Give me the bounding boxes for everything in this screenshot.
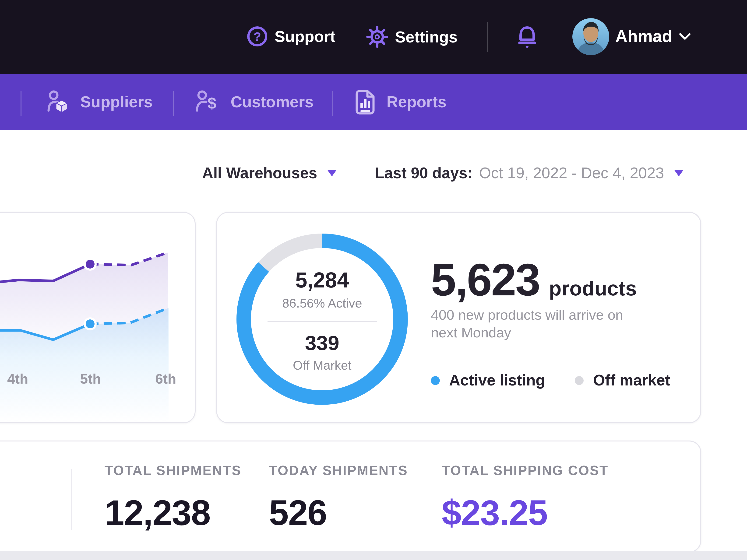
stat-value-money: $23.25 (442, 492, 608, 533)
settings-menu-item[interactable]: Settings (366, 26, 458, 48)
svg-text:$: $ (208, 94, 216, 112)
x-axis-label: 5th (80, 371, 101, 386)
chevron-down-icon (679, 32, 691, 41)
products-note: 400 new products will arrive on next Mon… (431, 306, 636, 342)
active-count: 5,284 (236, 267, 409, 293)
stat-label: TODAY SHIPMENTS (269, 463, 408, 478)
settings-label: Settings (395, 28, 458, 46)
products-status-card: 5,284 86.56% Active 339 Off Market 5,623… (216, 212, 701, 423)
page-bottom-strip (0, 551, 747, 560)
warehouse-dropdown-value: All Warehouses (202, 164, 317, 182)
gear-icon (366, 26, 388, 48)
shipments-trend-card: 4th 5th 6th (0, 212, 196, 423)
x-axis-label: 6th (155, 371, 176, 386)
user-name: Ahmad (615, 27, 672, 46)
stat-today-shipments: TODAY SHIPMENTS 526 (269, 463, 408, 533)
nav-item-suppliers[interactable]: Suppliers (46, 74, 153, 130)
avatar[interactable] (572, 18, 609, 57)
date-range-dropdown[interactable]: Last 90 days: Oct 19, 2022 - Dec 4, 2023 (375, 164, 684, 182)
date-range-label: Last 90 days: (375, 164, 472, 182)
active-percent-label: 86.56% Active (236, 296, 409, 311)
donut-divider (267, 321, 377, 322)
bell-icon (516, 25, 538, 49)
notifications-bell-button[interactable] (516, 25, 538, 51)
stat-label: TOTAL SHIPPING COST (442, 463, 608, 478)
legend-dot-off-market (575, 376, 584, 385)
products-total: 5,623 (431, 254, 540, 306)
document-chart-icon (355, 89, 376, 114)
stat-value: 526 (269, 492, 408, 533)
support-menu-item[interactable]: ? Support (247, 26, 335, 47)
products-unit: products (549, 277, 637, 300)
legend-label-active: Active listing (449, 371, 545, 389)
shipping-stats-card: TOTAL SHIPMENTS 12,238 TODAY SHIPMENTS 5… (0, 441, 701, 553)
support-label: Support (275, 27, 335, 46)
nav-item-reports[interactable]: Reports (355, 74, 446, 130)
stat-value: 12,238 (105, 492, 241, 533)
top-bar: ? Support Settings (0, 0, 747, 74)
filter-row: All Warehouses Last 90 days: Oct 19, 202… (0, 164, 747, 188)
person-box-icon (46, 90, 70, 114)
x-axis-label: 4th (7, 371, 28, 386)
topbar-divider (487, 22, 488, 52)
donut-center-labels: 5,284 86.56% Active 339 Off Market (236, 233, 409, 405)
nav-label-customers: Customers (231, 93, 313, 111)
stat-label: TOTAL SHIPMENTS (105, 463, 241, 478)
nav-divider (332, 91, 333, 116)
person-dollar-icon: $ (195, 90, 221, 114)
chart-legend: Active listing Off market (431, 371, 670, 389)
products-total-row: 5,623 products (431, 254, 637, 306)
stat-total-shipments: TOTAL SHIPMENTS 12,238 (105, 463, 241, 533)
nav-label-suppliers: Suppliers (80, 93, 153, 111)
legend-dot-active (431, 376, 440, 385)
dashboard-page: ? Support Settings (0, 0, 747, 560)
dropdown-arrow-icon (674, 170, 684, 177)
line-chart: 4th 5th 6th (0, 213, 194, 421)
primary-nav: Suppliers $ Customers Re (0, 74, 747, 130)
stat-total-shipping-cost: TOTAL SHIPPING COST $23.25 (442, 463, 608, 533)
date-range-value: Oct 19, 2022 - Dec 4, 2023 (479, 164, 664, 182)
warehouse-dropdown[interactable]: All Warehouses (202, 164, 337, 182)
dropdown-arrow-icon (328, 170, 337, 177)
legend-label-off-market: Off market (593, 371, 670, 389)
svg-text:?: ? (254, 30, 261, 44)
nav-item-customers[interactable]: $ Customers (195, 74, 313, 130)
off-market-label: Off Market (236, 358, 409, 373)
nav-divider (173, 91, 174, 116)
off-market-count: 339 (236, 331, 409, 355)
nav-label-reports: Reports (387, 93, 446, 111)
stats-divider (72, 469, 72, 530)
help-circle-icon: ? (247, 26, 268, 47)
nav-divider (21, 91, 22, 116)
user-menu[interactable]: Ahmad (615, 27, 691, 46)
